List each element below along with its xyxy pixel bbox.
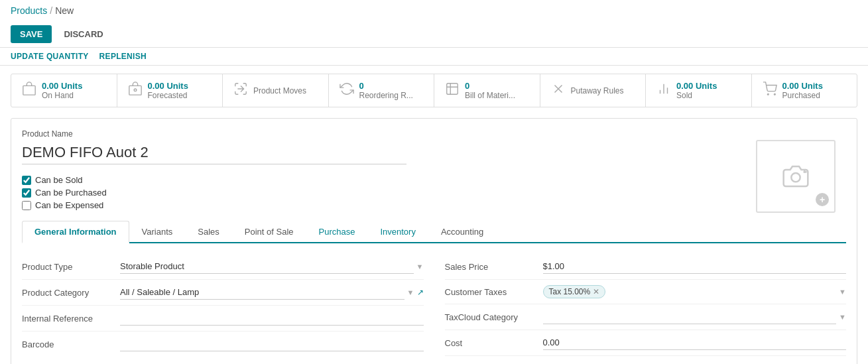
bom-text: 0 Bill of Materi... (465, 81, 515, 100)
field-product-category-label: Product Category (22, 288, 115, 298)
purchased-label: Purchased (782, 91, 823, 100)
field-internal-reference-value (120, 311, 424, 326)
reordering-label: Reordering R... (359, 91, 413, 100)
internal-reference-input[interactable] (120, 311, 424, 326)
update-quantity-link[interactable]: UPDATE QUANTITY (11, 52, 89, 61)
checkboxes: Can be Sold Can be Purchased Can be Expe… (22, 175, 846, 210)
sold-text: 0.00 Units Sold (676, 81, 717, 100)
bom-label: Bill of Materi... (465, 91, 515, 100)
forecasted-text: 0.00 Units Forecasted (148, 81, 188, 100)
right-fields: Sales Price Customer Taxes Tax 15.00% ✕ … (445, 254, 847, 364)
svg-point-8 (767, 93, 769, 95)
secondary-bar: UPDATE QUANTITY REPLENISH (0, 48, 868, 66)
on-hand-value: 0.00 Units (42, 81, 82, 91)
breadcrumb-parent[interactable]: Products (11, 5, 47, 16)
fields-grid: Product Type Storable Product Consumable… (22, 254, 846, 364)
taxcloud-select[interactable] (543, 310, 837, 324)
stat-bom[interactable]: 0 Bill of Materi... (434, 74, 540, 107)
can-be-purchased-row[interactable]: Can be Purchased (22, 188, 846, 198)
field-sales-price: Sales Price (445, 254, 847, 280)
stat-putaway[interactable]: Putaway Rules (540, 74, 647, 107)
forecasted-value: 0.00 Units (148, 81, 188, 91)
product-moves-label: Product Moves (253, 86, 306, 95)
tab-pos[interactable]: Point of Sale (232, 221, 306, 243)
purchased-text: 0.00 Units Purchased (782, 81, 823, 100)
field-cost: Cost (445, 330, 847, 356)
field-customer-taxes-label: Customer Taxes (445, 287, 538, 297)
reordering-value: 0 (359, 81, 413, 91)
can-be-expensed-checkbox[interactable] (22, 201, 31, 210)
replenish-link[interactable]: REPLENISH (99, 52, 147, 61)
can-be-purchased-label: Can be Purchased (35, 188, 107, 198)
barcode-input[interactable] (120, 337, 424, 351)
product-category-external-link[interactable]: ↗ (417, 288, 424, 297)
tax-badge: Tax 15.00% ✕ (543, 285, 606, 298)
tab-purchase[interactable]: Purchase (306, 221, 368, 243)
can-be-sold-row[interactable]: Can be Sold (22, 175, 846, 185)
product-moves-text: Product Moves (253, 86, 306, 95)
svg-point-2 (134, 89, 137, 91)
field-sales-price-label: Sales Price (445, 262, 538, 272)
tab-inventory[interactable]: Inventory (367, 221, 428, 243)
tax-remove-button[interactable]: ✕ (593, 287, 599, 296)
field-taxcloud-category: TaxCloud Category ▼ (445, 304, 847, 330)
can-be-expensed-label: Can be Expensed (35, 200, 103, 210)
taxcloud-arrow: ▼ (839, 313, 846, 321)
field-product-type-wrap: Storable Product Consumable Service ▼ (120, 259, 424, 274)
reordering-icon (340, 82, 354, 99)
form-upper: Product Name Can be Sold Can be Purchase… (22, 129, 846, 210)
tab-sales[interactable]: Sales (185, 221, 232, 243)
stat-purchased[interactable]: 0.00 Units Purchased (752, 74, 857, 107)
tab-variants[interactable]: Variants (129, 221, 186, 243)
discard-button[interactable]: DISCARD (57, 25, 109, 43)
sold-label: Sold (676, 91, 717, 100)
sales-price-input[interactable] (543, 259, 847, 274)
customer-taxes-arrow: ▼ (839, 288, 846, 296)
company-select[interactable] (543, 361, 837, 364)
svg-rect-1 (129, 86, 141, 95)
breadcrumb-current: New (55, 5, 74, 16)
on-hand-label: On Hand (42, 91, 82, 100)
cost-input[interactable] (543, 335, 847, 350)
forecasted-label: Forecasted (148, 91, 188, 100)
product-name-label: Product Name (22, 129, 846, 139)
svg-point-10 (791, 173, 800, 182)
stat-sold[interactable]: 0.00 Units Sold (646, 74, 752, 107)
stat-on-hand[interactable]: 0.00 Units On Hand (11, 74, 117, 107)
save-button[interactable]: SAVE (11, 25, 52, 43)
tab-accounting[interactable]: Accounting (428, 221, 496, 243)
product-name-input[interactable] (22, 141, 406, 164)
can-be-purchased-checkbox[interactable] (22, 188, 31, 198)
field-taxcloud-label: TaxCloud Category (445, 312, 538, 322)
product-type-select[interactable]: Storable Product Consumable Service (120, 259, 414, 274)
purchased-value: 0.00 Units (782, 81, 823, 91)
field-internal-reference-label: Internal Reference (22, 314, 115, 324)
field-product-type: Product Type Storable Product Consumable… (22, 254, 424, 280)
field-barcode-label: Barcode (22, 339, 115, 349)
form-area: Product Name Can be Sold Can be Purchase… (11, 118, 857, 364)
tab-general[interactable]: General Information (22, 221, 129, 243)
forecasted-icon (128, 82, 143, 99)
tax-badge-text: Tax 15.00% (549, 287, 591, 296)
svg-point-9 (774, 93, 775, 95)
product-category-arrow: ▼ (407, 288, 414, 296)
can-be-sold-checkbox[interactable] (22, 176, 31, 185)
putaway-label: Putaway Rules (571, 86, 624, 95)
on-hand-text: 0.00 Units On Hand (42, 81, 82, 100)
field-cost-label: Cost (445, 338, 538, 348)
stat-forecasted[interactable]: 0.00 Units Forecasted (117, 74, 223, 107)
svg-rect-0 (23, 86, 35, 95)
product-type-arrow: ▼ (416, 263, 424, 271)
action-bar: SAVE DISCARD (0, 21, 868, 48)
breadcrumb-separator: / (50, 5, 52, 16)
stat-product-moves[interactable]: Product Moves (223, 74, 329, 107)
bom-value: 0 (465, 81, 515, 91)
reordering-text: 0 Reordering R... (359, 81, 413, 100)
left-fields: Product Type Storable Product Consumable… (22, 254, 424, 364)
product-image[interactable]: + (756, 140, 836, 213)
can-be-expensed-row[interactable]: Can be Expensed (22, 200, 846, 210)
product-category-select[interactable]: All / Saleable / Lamp (120, 285, 404, 300)
sold-icon (656, 82, 671, 99)
stat-reordering[interactable]: 0 Reordering R... (329, 74, 435, 107)
product-moves-icon (233, 82, 248, 99)
